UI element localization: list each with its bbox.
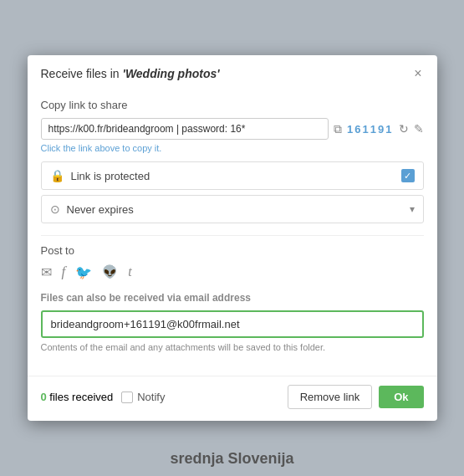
email-hint: Contents of the email and any attachment… bbox=[41, 342, 424, 352]
never-expires-label: Never expires bbox=[67, 203, 134, 216]
link-protected-row: 🔒 Link is protected ✓ bbox=[41, 161, 424, 190]
link-actions: ⧉ bbox=[334, 123, 342, 135]
modal-title: Receive files in 'Wedding photos' bbox=[41, 67, 220, 80]
close-button[interactable]: × bbox=[412, 67, 423, 80]
link-code: 161191 bbox=[347, 123, 393, 136]
title-prefix: Receive files in bbox=[41, 67, 123, 80]
link-row: ⧉ 161191 ↻ ✎ bbox=[41, 118, 424, 140]
modal-footer: 0 files received Notify Remove link Ok bbox=[28, 376, 437, 421]
copy-link-title: Copy link to share bbox=[41, 99, 424, 111]
footer-left: 0 files received Notify bbox=[41, 391, 166, 403]
clock-icon: ⊙ bbox=[50, 202, 60, 216]
files-received-label: files received bbox=[49, 391, 113, 403]
tumblr-icon[interactable]: t bbox=[128, 264, 131, 279]
refresh-code-button[interactable]: ↻ bbox=[399, 123, 409, 135]
notify-checkbox[interactable] bbox=[121, 392, 133, 403]
edit-code-button[interactable]: ✎ bbox=[414, 123, 424, 135]
social-icons-row: ✉ f 🐦 👽 t bbox=[41, 264, 424, 280]
link-protected-checkbox[interactable]: ✓ bbox=[401, 169, 415, 182]
modal-body: Copy link to share ⧉ 161191 ↻ ✎ Click th… bbox=[28, 89, 437, 376]
never-expires-left: ⊙ Never expires bbox=[50, 202, 134, 216]
link-input[interactable] bbox=[41, 118, 329, 140]
remove-link-button[interactable]: Remove link bbox=[288, 385, 373, 409]
reddit-icon[interactable]: 👽 bbox=[102, 264, 118, 279]
email-address-input[interactable] bbox=[41, 310, 424, 338]
files-received-count: 0 bbox=[41, 391, 47, 403]
files-received: 0 files received bbox=[41, 391, 114, 403]
modal-header: Receive files in 'Wedding photos' × bbox=[28, 55, 437, 89]
modal-dialog: Receive files in 'Wedding photos' × Copy… bbox=[28, 55, 437, 421]
lock-icon: 🔒 bbox=[50, 169, 64, 182]
notify-label: Notify bbox=[137, 391, 165, 403]
check-icon: ✓ bbox=[404, 171, 411, 182]
twitter-icon[interactable]: 🐦 bbox=[75, 264, 92, 280]
background-text: srednja Slovenija bbox=[0, 450, 464, 468]
never-expires-row[interactable]: ⊙ Never expires ▾ bbox=[41, 195, 424, 223]
link-protected-left: 🔒 Link is protected bbox=[50, 169, 150, 182]
chevron-down-icon: ▾ bbox=[410, 203, 415, 215]
modal-overlay: srednja Slovenija Receive files in 'Wedd… bbox=[0, 0, 464, 476]
facebook-icon[interactable]: f bbox=[62, 264, 66, 280]
email-section-title: Files can also be received via email add… bbox=[41, 292, 424, 304]
email-social-icon[interactable]: ✉ bbox=[41, 264, 52, 280]
ok-button[interactable]: Ok bbox=[379, 386, 423, 408]
link-protected-label: Link is protected bbox=[71, 170, 150, 182]
title-folder: 'Wedding photos' bbox=[123, 67, 220, 80]
click-hint: Click the link above to copy it. bbox=[41, 143, 424, 153]
divider bbox=[41, 235, 424, 236]
notify-row: Notify bbox=[121, 391, 165, 403]
footer-right: Remove link Ok bbox=[288, 385, 424, 409]
post-to-title: Post to bbox=[41, 244, 424, 257]
open-link-button[interactable]: ⧉ bbox=[334, 123, 342, 135]
